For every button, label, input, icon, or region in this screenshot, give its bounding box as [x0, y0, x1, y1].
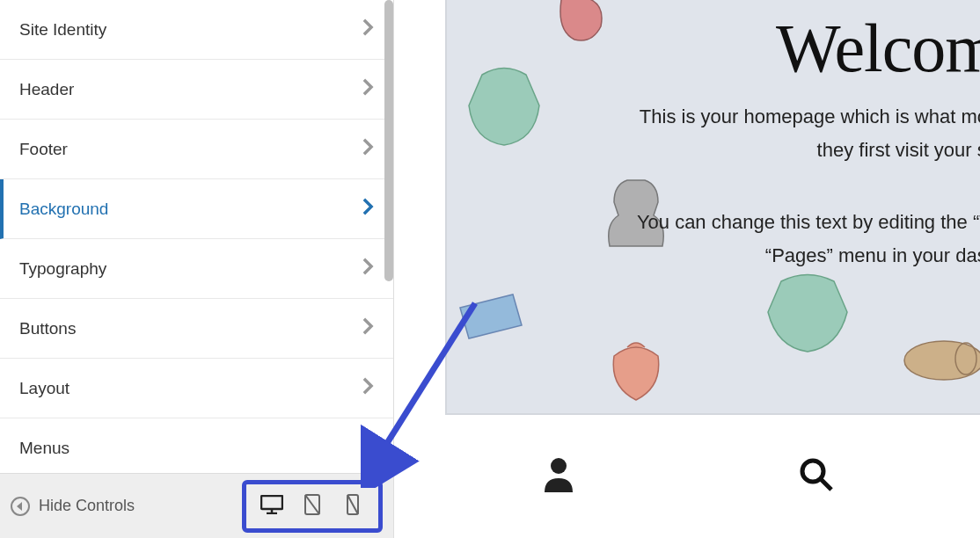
svg-point-10: [802, 461, 823, 482]
mobile-icon: [347, 494, 359, 519]
chevron-right-icon: [362, 18, 374, 41]
device-desktop-button[interactable]: [259, 493, 285, 520]
preview-heading: Welcom: [776, 9, 980, 88]
sidebar-item-label: Footer: [19, 140, 68, 159]
preview-pane: Welcom This is your homepage which is wh…: [394, 0, 980, 538]
sidebar-item-label: Menus: [19, 439, 69, 458]
sidebar-item-label: Buttons: [19, 319, 76, 338]
sidebar-item-label: Layout: [19, 379, 69, 398]
chevron-right-icon: [362, 257, 374, 280]
device-tablet-button[interactable]: [299, 493, 325, 520]
sidebar-item-background[interactable]: Background: [0, 179, 393, 239]
device-mobile-button[interactable]: [340, 493, 366, 520]
desktop-icon: [260, 495, 283, 518]
preview-text: This is your homepage which is what mos: [640, 105, 980, 128]
clothing-illustration: [755, 264, 860, 360]
sidebar-item-label: Background: [19, 200, 108, 219]
clothing-illustration: [592, 334, 680, 413]
sidebar-item-typography[interactable]: Typography: [0, 239, 393, 299]
chevron-right-icon: [362, 197, 374, 221]
sidebar-item-label: Header: [19, 80, 74, 99]
preview-footer-bar: [394, 415, 980, 538]
hide-controls-button[interactable]: Hide Controls: [11, 497, 135, 516]
chevron-right-icon: [362, 77, 374, 101]
search-icon[interactable]: [799, 457, 834, 496]
clothing-illustration: [896, 325, 980, 396]
sidebar-item-footer[interactable]: Footer: [0, 120, 393, 179]
chevron-right-icon: [362, 376, 374, 400]
clothing-illustration: [552, 0, 623, 53]
sidebar-item-label: Typography: [19, 259, 106, 279]
account-icon[interactable]: [541, 455, 576, 498]
svg-point-9: [551, 458, 567, 474]
customizer-sidebar: Site Identity Header Footer Background T…: [0, 0, 394, 538]
collapse-left-icon: [11, 497, 30, 516]
sidebar-item-site-identity[interactable]: Site Identity: [0, 0, 393, 60]
sidebar-item-label: Site Identity: [19, 20, 106, 40]
sidebar-list: Site Identity Header Footer Background T…: [0, 0, 393, 473]
clothing-illustration: [451, 290, 530, 360]
preview-text: “Pages” menu in your dash: [765, 244, 980, 267]
chevron-right-icon: [362, 137, 374, 161]
sidebar-footer: Hide Controls: [0, 473, 393, 538]
scrollbar[interactable]: [384, 0, 393, 281]
svg-line-11: [821, 479, 831, 490]
sidebar-item-menus[interactable]: Menus: [0, 418, 393, 473]
chevron-right-icon: [362, 436, 374, 460]
preview-banner: Welcom This is your homepage which is wh…: [445, 0, 980, 415]
clothing-illustration: [456, 62, 552, 158]
tablet-icon: [304, 494, 320, 519]
device-preview-buttons: [242, 480, 383, 533]
chevron-right-icon: [362, 316, 374, 340]
svg-line-6: [347, 495, 358, 514]
hide-controls-label: Hide Controls: [39, 497, 135, 515]
svg-line-4: [305, 495, 319, 514]
sidebar-item-buttons[interactable]: Buttons: [0, 299, 393, 359]
sidebar-item-layout[interactable]: Layout: [0, 359, 393, 418]
sidebar-item-header[interactable]: Header: [0, 60, 393, 120]
svg-rect-0: [261, 496, 282, 509]
preview-text: they first visit your sh: [817, 139, 980, 162]
preview-text: You can change this text by editing the …: [637, 211, 980, 234]
